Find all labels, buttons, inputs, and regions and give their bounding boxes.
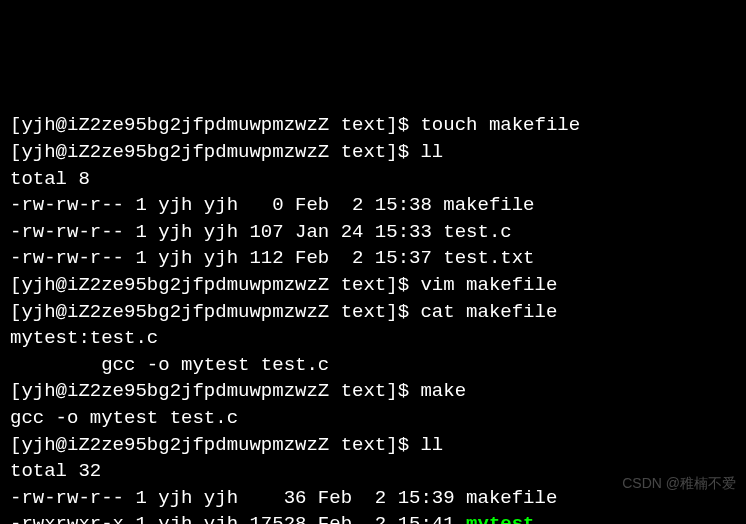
terminal-output-line: -rw-rw-r-- 1 yjh yjh 0 Feb 2 15:38 makef… <box>10 192 736 219</box>
shell-command: cat makefile <box>420 301 557 323</box>
output-text: total 8 <box>10 168 90 190</box>
terminal-command-line: [yjh@iZ2ze95bg2jfpdmuwpmzwzZ text]$ ll <box>10 139 736 166</box>
terminal-output-line: mytest:test.c <box>10 325 736 352</box>
watermark-text: CSDN @稚楠不爱 <box>622 474 736 494</box>
terminal-output[interactable]: [yjh@iZ2ze95bg2jfpdmuwpmzwzZ text]$ touc… <box>10 112 736 524</box>
terminal-output-line: gcc -o mytest test.c <box>10 405 736 432</box>
terminal-command-line: [yjh@iZ2ze95bg2jfpdmuwpmzwzZ text]$ vim … <box>10 272 736 299</box>
output-text: -rw-rw-r-- 1 yjh yjh 36 Feb 2 15:39 make… <box>10 487 557 509</box>
shell-prompt: [yjh@iZ2ze95bg2jfpdmuwpmzwzZ text]$ <box>10 301 420 323</box>
output-text: -rw-rw-r-- 1 yjh yjh 107 Jan 24 15:33 te… <box>10 221 512 243</box>
terminal-command-line: [yjh@iZ2ze95bg2jfpdmuwpmzwzZ text]$ make <box>10 378 736 405</box>
executable-filename: mytest <box>466 513 534 524</box>
shell-command: ll <box>420 434 443 456</box>
output-text: -rwxrwxr-x 1 yjh yjh 17528 Feb 2 15:41 <box>10 513 466 524</box>
output-text: gcc -o mytest test.c <box>10 407 238 429</box>
output-text: -rw-rw-r-- 1 yjh yjh 0 Feb 2 15:38 makef… <box>10 194 535 216</box>
shell-prompt: [yjh@iZ2ze95bg2jfpdmuwpmzwzZ text]$ <box>10 141 420 163</box>
terminal-output-line: -rwxrwxr-x 1 yjh yjh 17528 Feb 2 15:41 m… <box>10 511 736 524</box>
shell-prompt: [yjh@iZ2ze95bg2jfpdmuwpmzwzZ text]$ <box>10 274 420 296</box>
terminal-output-line: total 8 <box>10 166 736 193</box>
output-text: gcc -o mytest test.c <box>10 354 329 376</box>
terminal-command-line: [yjh@iZ2ze95bg2jfpdmuwpmzwzZ text]$ ll <box>10 432 736 459</box>
terminal-output-line: gcc -o mytest test.c <box>10 352 736 379</box>
terminal-command-line: [yjh@iZ2ze95bg2jfpdmuwpmzwzZ text]$ touc… <box>10 112 736 139</box>
output-text: mytest:test.c <box>10 327 158 349</box>
terminal-output-line: -rw-rw-r-- 1 yjh yjh 112 Feb 2 15:37 tes… <box>10 245 736 272</box>
shell-command: ll <box>420 141 443 163</box>
shell-prompt: [yjh@iZ2ze95bg2jfpdmuwpmzwzZ text]$ <box>10 380 420 402</box>
shell-prompt: [yjh@iZ2ze95bg2jfpdmuwpmzwzZ text]$ <box>10 434 420 456</box>
output-text: -rw-rw-r-- 1 yjh yjh 112 Feb 2 15:37 tes… <box>10 247 535 269</box>
terminal-command-line: [yjh@iZ2ze95bg2jfpdmuwpmzwzZ text]$ cat … <box>10 299 736 326</box>
shell-prompt: [yjh@iZ2ze95bg2jfpdmuwpmzwzZ text]$ <box>10 114 420 136</box>
shell-command: touch makefile <box>420 114 580 136</box>
shell-command: make <box>420 380 466 402</box>
terminal-output-line: -rw-rw-r-- 1 yjh yjh 107 Jan 24 15:33 te… <box>10 219 736 246</box>
output-text: total 32 <box>10 460 101 482</box>
shell-command: vim makefile <box>420 274 557 296</box>
